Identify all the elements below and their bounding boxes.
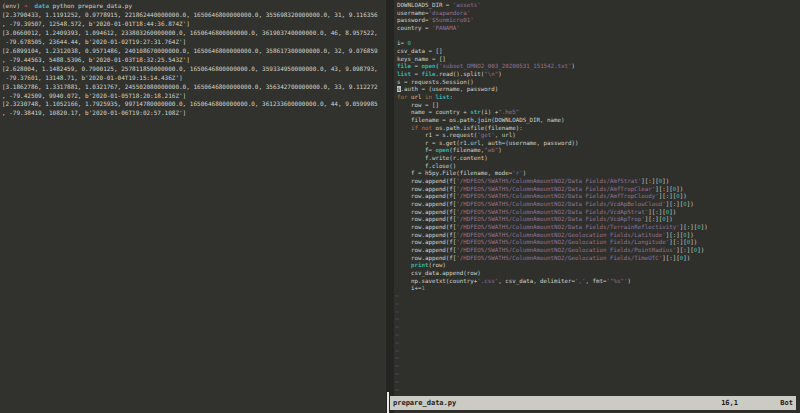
terminal-line: -79.37601, 13148.71, b'2020-01-04T19:15:… [2,74,386,83]
tilde-line: ~ [395,387,800,395]
code-line: row.append(f['/HDFEOS/SWATHS/ColumnAmoun… [397,209,800,217]
code-area: DOWNLOADS_DIR = 'assets'username='dsapan… [394,0,800,293]
tilde-line: ~ [395,340,800,348]
code-line: username='dsapandora' [397,10,800,18]
tilde-line: ~ [395,355,800,363]
code-line: for url in list: [397,94,800,102]
tilde-line: ~ [395,301,800,309]
terminal-output: (env) ➜ data python prepare_data.py[2.37… [0,0,386,118]
code-line: csv_data.append(row) [397,270,800,278]
terminal-line: , -79.39507, 12548.572, b'2020-01-01T18:… [2,20,386,29]
tilde-line: ~ [395,371,800,379]
terminal-line: , -79.42509, 9940.072, b'2020-01-05T18:2… [2,92,386,101]
code-line: i= 0 [397,40,800,48]
code-line: s.auth = (username, password) [397,86,800,94]
code-line: password='$Sunmicro01' [397,17,800,25]
terminal-line: (env) ➜ data python prepare_data.py [2,2,386,11]
terminal-pane[interactable]: (env) ➜ data python prepare_data.py[2.37… [0,0,386,413]
tilde-line: ~ [395,324,800,332]
code-line: row.append(f['/HDFEOS/SWATHS/ColumnAmoun… [397,216,800,224]
code-line: row.append(f['/HDFEOS/SWATHS/ColumnAmoun… [397,224,800,232]
code-line: row.append(f['/HDFEOS/SWATHS/ColumnAmoun… [397,247,800,255]
tilde-line: ~ [395,309,800,317]
code-line: row.append(f['/HDFEOS/SWATHS/ColumnAmoun… [397,193,800,201]
code-line: country = 'PANAMA' [397,25,800,33]
code-line: name = country + str(i) +".he5" [397,109,800,117]
code-line: f.close() [397,163,800,171]
terminal-line: [3.0660012, 1.2409393, 1.094612, 2338032… [2,29,386,38]
statusbar-left-edge [387,392,389,413]
code-line: list = file.read().split("\n") [397,71,800,79]
terminal-line: [2.3790433, 1.1191252, 0.9778915, 221862… [2,11,386,20]
code-line: row = [] [397,102,800,110]
code-line: if not os.path.isfile(filename): [397,125,800,133]
tilde-line: ~ [395,332,800,340]
code-line: keys_name = [] [397,56,800,64]
terminal-line: [2.6899104, 1.2312038, 0.9571486, 240108… [2,47,386,56]
terminal-line: [2.3230748, 1.1052166, 1.7925935, 997147… [2,100,386,109]
code-line: row.append(f['/HDFEOS/SWATHS/ColumnAmoun… [397,239,800,247]
empty-buffer-tildes: ~~~~~~~~~~~~~ [394,293,800,394]
statusbar-filename: prepare_data.py [393,396,456,410]
code-line: row.append(f['/HDFEOS/SWATHS/ColumnAmoun… [397,255,800,263]
code-line: row.append(f['/HDFEOS/SWATHS/ColumnAmoun… [397,201,800,209]
statusbar-scroll-indicator: Bot [780,396,793,410]
code-line: f = h5py.File(filename, mode='r') [397,170,800,178]
code-line: csv_data = [] [397,48,800,56]
terminal-line: , -79.44563, 5488.5396, b'2020-01-03T18:… [2,56,386,65]
code-line: filename = os.path.join(DOWNLOADS_DIR, n… [397,117,800,125]
code-line: i+=1 [397,285,800,293]
pane-divider[interactable] [386,0,394,413]
tilde-line: ~ [395,293,800,301]
vim-statusbar: prepare_data.py 16,1 Bot [390,396,796,410]
code-line: s = requests.Session() [397,79,800,87]
tilde-line: ~ [395,363,800,371]
code-line: DOWNLOADS_DIR = 'assets' [397,2,800,10]
terminal-line: [3.1862786, 1.3317881, 1.0321767, 245502… [2,83,386,92]
code-line: row.append(f['/HDFEOS/SWATHS/ColumnAmoun… [397,178,800,186]
terminal-line: , -79.38419, 10820.17, b'2020-01-06T19:0… [2,109,386,118]
code-line: f.write(r.content) [397,155,800,163]
code-line [397,33,800,41]
vim-editor-pane[interactable]: DOWNLOADS_DIR = 'assets'username='dsapan… [394,0,800,413]
code-line: file = open('subset_OMNO2_003_20200531_1… [397,63,800,71]
code-line: row.append(f['/HDFEOS/SWATHS/ColumnAmoun… [397,186,800,194]
statusbar-cursor-position: 16,1 [721,396,738,410]
terminal-line: -79.678505, 23644.44, b'2020-01-02T19:27… [2,38,386,47]
terminal-window: (env) ➜ data python prepare_data.py[2.37… [0,0,800,413]
tilde-line: ~ [395,348,800,356]
code-line: print(row) [397,262,800,270]
tilde-line: ~ [395,379,800,387]
code-line: row.append(f['/HDFEOS/SWATHS/ColumnAmoun… [397,232,800,240]
terminal-line: [2.628004, 1.1482459, 0.7900125, 2578118… [2,65,386,74]
tilde-line: ~ [395,316,800,324]
code-line: r = s.get(r1.url, auth=(username, passwo… [397,140,800,148]
code-line: f= open(filename,"wb") [397,147,800,155]
code-line: np.savetxt(country+'.csv', csv_data, del… [397,278,800,286]
code-line: r1 = s.request('get', url) [397,132,800,140]
